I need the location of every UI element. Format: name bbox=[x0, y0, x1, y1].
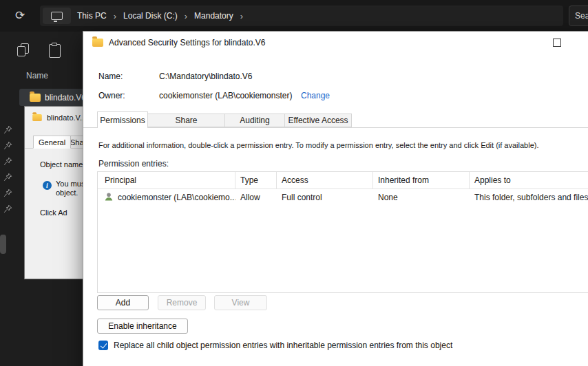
breadcrumb-item-local-disk[interactable]: Local Disk (C:) bbox=[117, 11, 184, 21]
tab-effective-access[interactable]: Effective Access bbox=[284, 114, 352, 127]
owner-value: cookiemonster (LAB\cookiemonster) bbox=[159, 91, 292, 100]
breadcrumb-item-this-pc[interactable]: This PC bbox=[71, 11, 113, 21]
dialog-titlebar[interactable]: Advanced Security Settings for blindato.… bbox=[83, 32, 588, 54]
column-header-name[interactable]: Name bbox=[26, 71, 48, 80]
info-text-line1: You mus bbox=[56, 180, 85, 188]
breadcrumb-item-mandatory[interactable]: Mandatory bbox=[188, 11, 240, 21]
column-header-applies-to[interactable]: Applies to bbox=[470, 172, 588, 189]
column-header-inherited-from[interactable]: Inherited from bbox=[373, 172, 470, 189]
name-value: C:\Mandatory\blindato.V6 bbox=[159, 72, 252, 81]
pin-icon bbox=[3, 204, 12, 213]
properties-dialog[interactable]: blindato.V... General Sha Object name: Y… bbox=[24, 106, 91, 279]
explorer-titlebar: This PC Local Disk (C:) Mandatory Sea bbox=[0, 0, 588, 32]
properties-dialog-title: blindato.V... bbox=[47, 114, 86, 122]
this-pc-device-button[interactable] bbox=[43, 8, 71, 24]
click-advanced-text: Click Ad bbox=[40, 208, 67, 217]
file-row-selected[interactable]: blindato.V6 bbox=[19, 89, 88, 106]
tab-share-label: Share bbox=[175, 116, 197, 125]
column-header-principal[interactable]: Principal bbox=[98, 172, 235, 189]
view-button[interactable]: View bbox=[214, 295, 267, 310]
search-text: Sea bbox=[575, 11, 588, 21]
replace-permissions-checkbox[interactable] bbox=[98, 341, 108, 350]
pin-icon bbox=[3, 125, 12, 134]
instruction-text: For additional information, double-click… bbox=[98, 141, 588, 149]
cell-access: Full control bbox=[277, 193, 373, 202]
folder-icon bbox=[30, 94, 41, 102]
maximize-button[interactable] bbox=[547, 34, 567, 51]
pin-icon bbox=[3, 157, 12, 166]
user-icon bbox=[103, 191, 114, 204]
tab-effective-access-label: Effective Access bbox=[288, 116, 348, 125]
scrollbar-thumb[interactable] bbox=[0, 235, 6, 254]
refresh-icon[interactable] bbox=[15, 8, 25, 23]
chevron-right-icon[interactable] bbox=[240, 11, 244, 21]
dialog-title: Advanced Security Settings for blindato.… bbox=[109, 38, 265, 47]
copy-icon[interactable] bbox=[17, 43, 30, 57]
paste-icon[interactable] bbox=[49, 44, 61, 58]
table-header-row: Principal Type Access Inherited from App… bbox=[98, 172, 588, 189]
monitor-icon bbox=[51, 12, 63, 20]
info-icon bbox=[43, 181, 52, 190]
file-name-label: blindato.V6 bbox=[45, 93, 86, 103]
tab-share[interactable]: Share bbox=[147, 114, 225, 127]
enable-inheritance-button[interactable]: Enable inheritance bbox=[97, 319, 188, 334]
column-header-type[interactable]: Type bbox=[235, 172, 277, 189]
column-header-access[interactable]: Access bbox=[277, 172, 373, 189]
tab-general[interactable]: General bbox=[33, 136, 71, 149]
permission-entries-label: Permission entries: bbox=[98, 159, 169, 169]
maximize-icon bbox=[553, 39, 561, 47]
replace-permissions-label: Replace all child object permission entr… bbox=[114, 341, 452, 350]
change-owner-link[interactable]: Change bbox=[301, 91, 330, 100]
tab-auditing-label: Auditing bbox=[240, 116, 269, 125]
table-row[interactable]: cookiemonster (LAB\cookiemo... Allow Ful… bbox=[98, 189, 588, 206]
advanced-security-dialog: Advanced Security Settings for blindato.… bbox=[83, 31, 588, 366]
permission-entries-table[interactable]: Principal Type Access Inherited from App… bbox=[97, 171, 588, 293]
folder-icon bbox=[32, 114, 42, 121]
tab-auditing[interactable]: Auditing bbox=[224, 114, 285, 127]
add-button[interactable]: Add bbox=[97, 295, 149, 310]
object-name-label: Object name: bbox=[40, 160, 85, 169]
desktop-screen: This PC Local Disk (C:) Mandatory Sea Na… bbox=[0, 0, 588, 366]
cell-applies-to: This folder, subfolders and files bbox=[470, 193, 588, 202]
name-label: Name: bbox=[98, 72, 123, 81]
address-bar[interactable]: This PC Local Disk (C:) Mandatory bbox=[40, 6, 563, 26]
cell-principal: cookiemonster (LAB\cookiemo... bbox=[118, 193, 235, 202]
cell-inherited-from: None bbox=[373, 193, 470, 202]
tab-permissions-label: Permissions bbox=[100, 116, 145, 125]
pin-icon bbox=[3, 141, 12, 150]
cell-type: Allow bbox=[235, 193, 277, 202]
search-input[interactable]: Sea bbox=[569, 6, 588, 26]
replace-permissions-row: Replace all child object permission entr… bbox=[98, 341, 452, 350]
dialog-tabstrip: Permissions Share Auditing Effective Acc… bbox=[83, 111, 588, 128]
properties-dialog-titlebar: blindato.V... bbox=[32, 114, 86, 122]
pin-icon bbox=[3, 173, 12, 182]
owner-label: Owner: bbox=[98, 91, 125, 100]
tab-sharing-label: Sha bbox=[70, 138, 84, 147]
remove-button[interactable]: Remove bbox=[158, 295, 206, 310]
info-text-line2: object. bbox=[56, 189, 78, 197]
pin-icon bbox=[3, 189, 12, 197]
tab-general-label: General bbox=[39, 138, 65, 147]
folder-icon bbox=[92, 39, 103, 47]
tab-permissions[interactable]: Permissions bbox=[97, 111, 148, 128]
